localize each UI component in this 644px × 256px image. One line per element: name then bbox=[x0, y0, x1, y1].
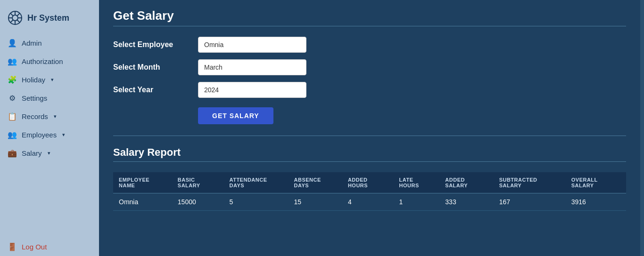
table-cell: Omnia bbox=[113, 193, 172, 211]
year-input[interactable] bbox=[198, 82, 306, 98]
sidebar-item-logout[interactable]: 🚪 Log Out bbox=[0, 238, 99, 256]
col-employee-name: EMPLOYEE NAME bbox=[113, 172, 172, 193]
table-cell: 3916 bbox=[566, 193, 626, 211]
sidebar-item-admin[interactable]: 👤 Admin bbox=[0, 34, 99, 52]
table-cell: 333 bbox=[439, 193, 493, 211]
salary-table: EMPLOYEE NAME BASIC SALARY ATTENDANCE DA… bbox=[113, 172, 626, 211]
month-label: Select Month bbox=[113, 63, 198, 72]
table-cell: 4 bbox=[342, 193, 394, 211]
sidebar-item-logout-label: Log Out bbox=[22, 243, 47, 251]
table-cell: 1 bbox=[394, 193, 440, 211]
sidebar-item-holiday-label: Holiday bbox=[22, 76, 45, 84]
sidebar-item-employees[interactable]: 👥 Employees ▾ bbox=[0, 126, 99, 144]
settings-icon: ⚙ bbox=[8, 94, 17, 103]
logo-icon bbox=[8, 10, 23, 25]
report-title-divider bbox=[113, 161, 626, 162]
employee-input[interactable] bbox=[198, 37, 306, 53]
table-row: Omnia15000515413331673916 bbox=[113, 193, 626, 211]
sidebar-item-settings-label: Settings bbox=[22, 94, 47, 102]
records-icon: 📋 bbox=[8, 112, 17, 121]
table-cell: 5 bbox=[224, 193, 289, 211]
col-absence-days: ABSENCE DAYS bbox=[289, 172, 342, 193]
employees-arrow-icon: ▾ bbox=[62, 132, 65, 138]
sidebar-item-settings[interactable]: ⚙ Settings bbox=[0, 89, 99, 107]
col-basic-salary: BASIC SALARY bbox=[172, 172, 224, 193]
employees-icon: 👥 bbox=[8, 130, 17, 139]
holiday-arrow-icon: ▾ bbox=[51, 77, 54, 83]
sidebar-item-authorization[interactable]: 👥 Authorization bbox=[0, 52, 99, 71]
col-subtracted-salary: SUBTRACTED SALARY bbox=[494, 172, 566, 193]
col-late-hours: LATE HOURS bbox=[394, 172, 440, 193]
sidebar-item-salary[interactable]: 💼 Salary ▾ bbox=[0, 144, 99, 162]
month-row: Select Month bbox=[113, 59, 626, 75]
sidebar-item-salary-label: Salary bbox=[22, 149, 42, 157]
salary-icon: 💼 bbox=[8, 149, 17, 158]
sidebar-item-records[interactable]: 📋 Records ▾ bbox=[0, 107, 99, 126]
year-row: Select Year bbox=[113, 82, 626, 98]
holiday-icon: 🧩 bbox=[8, 75, 17, 84]
get-salary-button[interactable]: GET SALARY bbox=[198, 107, 273, 124]
button-row: GET SALARY bbox=[113, 104, 626, 124]
col-overall-salary: OVERALL SALARY bbox=[566, 172, 626, 193]
report-divider bbox=[113, 136, 626, 136]
col-added-hours: ADDED HOURS bbox=[342, 172, 394, 193]
salary-form: Select Employee Select Month Select Year… bbox=[113, 37, 626, 124]
records-arrow-icon: ▾ bbox=[54, 113, 57, 120]
table-cell: 167 bbox=[494, 193, 566, 211]
authorization-icon: 👥 bbox=[8, 57, 17, 66]
svg-line-6 bbox=[10, 13, 13, 16]
col-added-salary: ADDED SALARY bbox=[439, 172, 493, 193]
table-cell: 15000 bbox=[172, 193, 224, 211]
sidebar-item-authorization-label: Authorization bbox=[22, 57, 63, 65]
month-input[interactable] bbox=[198, 59, 306, 75]
table-header: EMPLOYEE NAME BASIC SALARY ATTENDANCE DA… bbox=[113, 172, 626, 193]
sidebar-item-admin-label: Admin bbox=[22, 39, 42, 47]
title-divider bbox=[113, 26, 626, 26]
main-content: Get Salary Select Employee Select Month … bbox=[99, 0, 640, 256]
logout-icon: 🚪 bbox=[8, 242, 17, 251]
sidebar-item-records-label: Records bbox=[22, 112, 48, 120]
year-label: Select Year bbox=[113, 86, 198, 94]
scrollbar[interactable] bbox=[640, 0, 644, 256]
page-title: Get Salary bbox=[113, 8, 626, 23]
col-attendance-days: ATTENDANCE DAYS bbox=[224, 172, 289, 193]
table-header-row: EMPLOYEE NAME BASIC SALARY ATTENDANCE DA… bbox=[113, 172, 626, 193]
employee-row: Select Employee bbox=[113, 37, 626, 53]
table-body: Omnia15000515413331673916 bbox=[113, 193, 626, 211]
app-title: Hr System bbox=[27, 13, 69, 23]
table-cell: 15 bbox=[289, 193, 342, 211]
report-title: Salary Report bbox=[113, 146, 626, 159]
sidebar-logo[interactable]: Hr System bbox=[0, 5, 99, 34]
employee-label: Select Employee bbox=[113, 40, 198, 49]
sidebar-item-holiday[interactable]: 🧩 Holiday ▾ bbox=[0, 71, 99, 89]
salary-arrow-icon: ▾ bbox=[48, 150, 50, 156]
admin-icon: 👤 bbox=[8, 39, 17, 48]
sidebar: Hr System 👤 Admin 👥 Authorization 🧩 Holi… bbox=[0, 0, 99, 256]
svg-line-8 bbox=[17, 13, 20, 16]
svg-line-9 bbox=[10, 20, 13, 23]
svg-line-7 bbox=[17, 20, 20, 23]
sidebar-item-employees-label: Employees bbox=[22, 131, 57, 139]
